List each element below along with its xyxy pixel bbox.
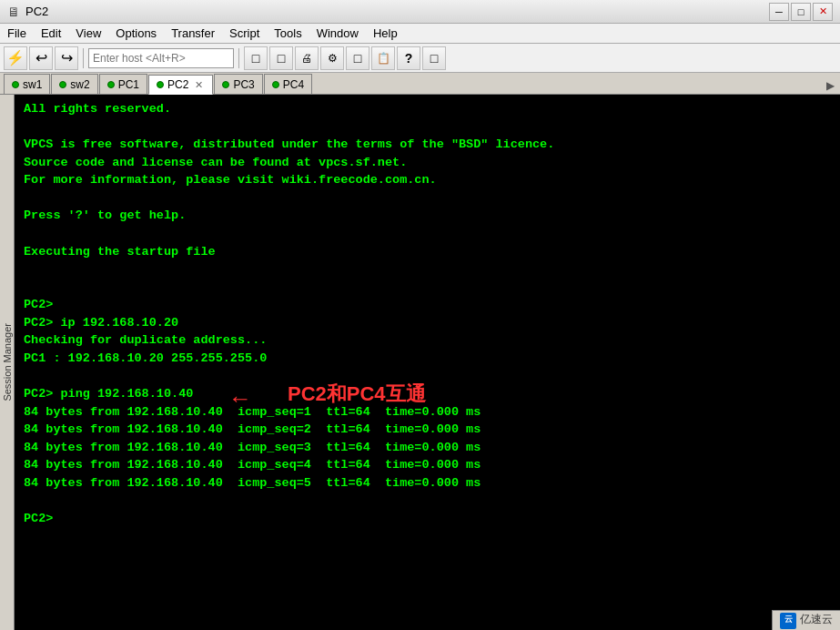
brand-icon: 云: [780, 613, 796, 629]
toolbar-clipboard-btn[interactable]: 📋: [371, 46, 395, 70]
terminal-line-20: 84 bytes from 192.168.10.40 icmp_seq=3 t…: [24, 439, 831, 457]
annotation-arrow: ←: [233, 383, 248, 418]
toolbar-lightning-btn[interactable]: ⚡: [4, 46, 27, 70]
terminal-line-14: Checking for duplicate address...: [24, 331, 831, 350]
maximize-button[interactable]: □: [791, 3, 811, 21]
toolbar-new-session-btn[interactable]: □: [244, 46, 268, 70]
tab-sw1-status-dot: [12, 81, 19, 88]
terminal-line-9: Executing the startup file: [24, 243, 831, 261]
terminal-line-16: [24, 367, 831, 385]
tab-bar: sw1 sw2 PC1 PC2 ✕ PC3 PC4 ▶: [0, 73, 840, 95]
tab-sw1[interactable]: sw1: [4, 74, 50, 94]
tab-PC3-label: PC3: [233, 78, 254, 91]
toolbar-separator-2: [238, 48, 239, 68]
terminal-line-7: Press '?' to get help.: [24, 207, 831, 225]
tab-PC3[interactable]: PC3: [214, 74, 262, 94]
terminal-line-24: PC2>: [24, 510, 831, 528]
tab-PC4-status-dot: [272, 81, 279, 88]
menu-tools[interactable]: Tools: [267, 25, 309, 42]
terminal-line-21: 84 bytes from 192.168.10.40 icmp_seq=4 t…: [24, 456, 831, 474]
brand-text: 亿速云: [800, 613, 833, 628]
session-manager-label: Session Manager: [2, 323, 13, 401]
tab-sw2-status-dot: [59, 81, 66, 88]
toolbar-duplicate-btn[interactable]: □: [269, 46, 293, 70]
tab-PC4-label: PC4: [283, 78, 304, 91]
tab-PC4[interactable]: PC4: [264, 74, 312, 94]
tab-PC2-label: PC2: [167, 78, 188, 91]
tab-PC1-status-dot: [107, 81, 115, 88]
tab-PC3-status-dot: [222, 81, 229, 88]
terminal-line-6: [24, 189, 831, 208]
title-bar: 🖥 PC2 ─ □ ✕: [0, 0, 840, 24]
toolbar-print-btn[interactable]: 🖨: [295, 46, 319, 70]
tab-sw2[interactable]: sw2: [51, 74, 97, 94]
window-controls: ─ □ ✕: [769, 3, 833, 21]
terminal-area[interactable]: All rights reserved. VPCS is free softwa…: [15, 95, 840, 630]
tab-PC2-status-dot: [157, 81, 164, 88]
terminal-line-12: PC2>: [24, 296, 831, 314]
menu-options[interactable]: Options: [108, 25, 164, 42]
tab-PC2[interactable]: PC2 ✕: [148, 75, 213, 95]
toolbar-settings-btn[interactable]: ⚙: [320, 46, 344, 70]
menu-bar: File Edit View Options Transfer Script T…: [0, 24, 840, 44]
terminal-line-3: VPCS is free software, distributed under…: [24, 136, 831, 154]
terminal-line-18: 84 bytes from 192.168.10.40 icmp_seq=1 t…: [24, 403, 831, 422]
tab-sw2-label: sw2: [70, 78, 89, 91]
tab-PC1-label: PC1: [118, 78, 139, 91]
terminal-line-11: [24, 279, 831, 297]
terminal-line-1: All rights reserved.: [24, 100, 831, 118]
menu-edit[interactable]: Edit: [34, 25, 68, 42]
terminal-line-22: 84 bytes from 192.168.10.40 icmp_seq=5 t…: [24, 474, 831, 493]
terminal-line-5: For more information, please visit wiki.…: [24, 171, 831, 189]
terminal-line-17: PC2> ping 192.168.10.40: [24, 385, 831, 403]
tab-PC1[interactable]: PC1: [99, 74, 147, 94]
status-bar: 云 亿速云: [772, 610, 840, 630]
terminal-line-4: Source code and license can be found at …: [24, 154, 831, 172]
session-manager-sidebar[interactable]: Session Manager: [0, 95, 15, 630]
menu-help[interactable]: Help: [366, 25, 405, 42]
menu-transfer[interactable]: Transfer: [164, 25, 222, 42]
terminal-line-10: [24, 260, 831, 279]
terminal-line-13: PC2> ip 192.168.10.20: [24, 314, 831, 332]
toolbar-refresh1-btn[interactable]: ↩: [29, 46, 53, 70]
host-input[interactable]: [88, 48, 234, 68]
toolbar-extra-btn[interactable]: □: [422, 46, 446, 70]
window-title: PC2: [25, 5, 48, 18]
toolbar-refresh2-btn[interactable]: ↪: [55, 46, 78, 70]
tab-scroll-right[interactable]: ▶: [825, 77, 836, 94]
toolbar: ⚡ ↩ ↪ □ □ 🖨 ⚙ □ 📋 ? □: [0, 44, 840, 73]
terminal-line-19: 84 bytes from 192.168.10.40 icmp_seq=2 t…: [24, 421, 831, 439]
menu-window[interactable]: Window: [309, 25, 366, 42]
toolbar-layout-btn[interactable]: □: [346, 46, 369, 70]
terminal-line-8: [24, 225, 831, 243]
ping-line-container: PC2> ping 192.168.10.40 ← PC2和PC4互通: [24, 385, 831, 403]
minimize-button[interactable]: ─: [769, 3, 789, 21]
menu-file[interactable]: File: [0, 25, 34, 42]
annotation-text: PC2和PC4互通: [288, 380, 426, 409]
toolbar-separator-1: [83, 48, 84, 68]
main-layout: Session Manager All rights reserved. VPC…: [0, 95, 840, 630]
toolbar-help-btn[interactable]: ?: [397, 46, 420, 70]
close-button[interactable]: ✕: [813, 3, 833, 21]
terminal-line-23: [24, 492, 831, 510]
menu-view[interactable]: View: [68, 25, 108, 42]
terminal-line-2: [24, 118, 831, 137]
tab-PC2-close-btn[interactable]: ✕: [192, 78, 205, 91]
terminal-line-15: PC1 : 192.168.10.20 255.255.255.0: [24, 350, 831, 368]
tab-sw1-label: sw1: [23, 78, 42, 91]
menu-script[interactable]: Script: [222, 25, 267, 42]
